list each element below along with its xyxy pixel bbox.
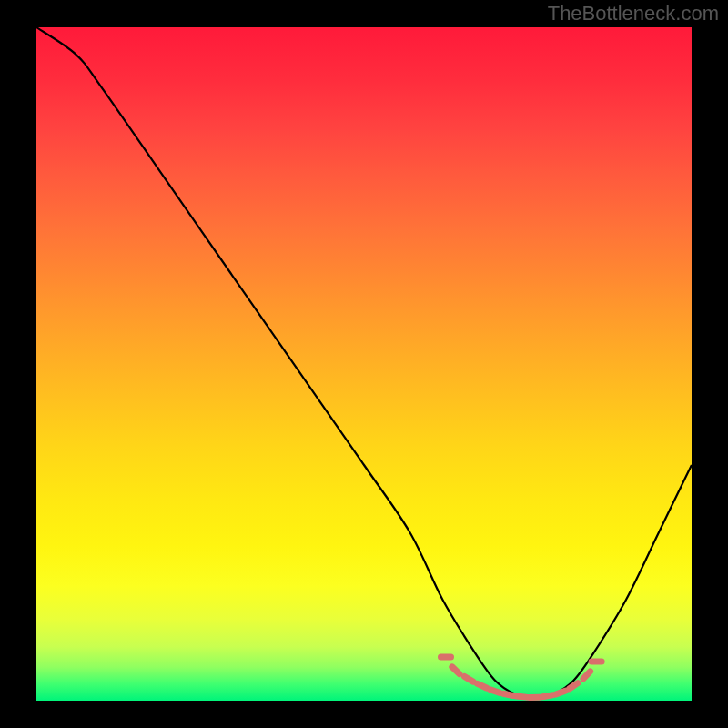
sweet-spot-markers <box>438 653 605 701</box>
sweet-spot-marker <box>579 667 594 683</box>
watermark-text: TheBottleneck.com <box>548 2 719 25</box>
curve-layer <box>36 27 692 701</box>
sweet-spot-marker <box>589 659 605 665</box>
sweet-spot-marker <box>438 653 454 660</box>
plot-area <box>36 27 692 701</box>
chart-container: TheBottleneck.com <box>0 0 728 728</box>
bottleneck-curve <box>36 27 692 697</box>
sweet-spot-marker <box>448 662 464 679</box>
